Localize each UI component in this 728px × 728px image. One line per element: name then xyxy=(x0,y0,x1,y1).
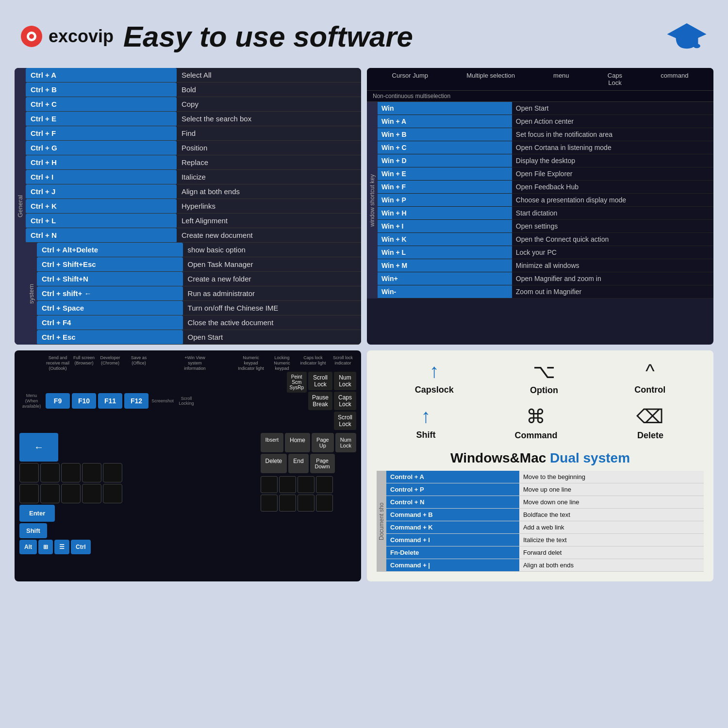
dark-key-2[interactable] xyxy=(40,463,60,482)
system-shortcut-row: Ctrl + shift+ ←Run as administrator xyxy=(37,286,361,301)
delete-symbol: ⌫ xyxy=(636,405,664,428)
dark-key-6[interactable] xyxy=(19,484,39,503)
caps-lock-key2[interactable]: CapsLock xyxy=(334,392,356,410)
win-shortcut-key: Win + D xyxy=(378,154,512,167)
general-shortcut-row: Ctrl + LLeft Alignment xyxy=(26,214,361,228)
f12-key[interactable]: F12 xyxy=(124,393,149,409)
dark-key-10[interactable] xyxy=(103,484,122,503)
win-shortcut-row: Win + EOpen File Explorer xyxy=(378,167,713,181)
ctrl-key[interactable]: Ctrl xyxy=(71,540,91,554)
shortcut-action: Select All xyxy=(177,68,361,83)
win-shortcut-row: Win + PChoose a presentation display mod… xyxy=(378,194,713,207)
option-label: Option xyxy=(530,385,558,396)
win-shortcut-action: Minimize all windows xyxy=(512,259,713,272)
mac-shortcut-row: Fn-DeleteForward delet xyxy=(386,546,704,559)
win-shortcut-key: Win + B xyxy=(378,128,512,141)
dark-key-8[interactable] xyxy=(61,484,81,503)
windows-shortcuts-panel: Cursor Jump Multiple selection menu Caps… xyxy=(367,68,713,345)
win-shortcut-key: Win xyxy=(378,102,512,115)
scroll-lock-key2[interactable]: ScrollLock xyxy=(334,412,356,430)
doc-label: Document sho xyxy=(377,471,386,572)
dark-key-5[interactable] xyxy=(103,463,122,482)
insert-key[interactable]: Ibsert xyxy=(261,433,284,452)
win-header-noncont: Non-continuous multiselection xyxy=(367,91,713,102)
general-shortcut-row: Ctrl + NCreate new document xyxy=(26,228,361,243)
num-lock-key[interactable]: NumLock xyxy=(334,372,356,390)
end-key[interactable]: End xyxy=(288,454,308,473)
win-shortcut-key: Win + A xyxy=(378,115,512,128)
alt-key[interactable]: Alt xyxy=(19,540,37,554)
win-key[interactable]: ⊞ xyxy=(38,540,53,554)
pause-break-key[interactable]: PauseBreak xyxy=(308,392,332,410)
numpad-2[interactable] xyxy=(279,476,296,493)
shortcut-action: Copy xyxy=(177,97,361,112)
win-shortcut-action: Open Cortana in listening mode xyxy=(512,141,713,154)
numpad-4[interactable] xyxy=(316,476,333,493)
win-shortcut-action: Zoom out in Magnifier xyxy=(512,285,713,298)
dark-key-1[interactable] xyxy=(19,463,39,482)
win-shortcut-action: Open Feedback Hub xyxy=(512,181,713,194)
shortcut-action: Close the active document xyxy=(183,315,361,330)
win-shortcut-key: Win + P xyxy=(378,194,512,207)
delete-key[interactable]: Delete xyxy=(261,454,287,473)
mac-shortcut-action: Add a web link xyxy=(519,521,704,534)
system-shortcut-row: Ctrl + Alt+Deleteshow basic option xyxy=(37,243,361,257)
scroll-lock-key[interactable]: ScrollLock xyxy=(308,372,332,390)
mac-shortcut-action: Italicize the text xyxy=(519,534,704,546)
dark-key-3[interactable] xyxy=(61,463,81,482)
f9-key[interactable]: F9 xyxy=(46,393,70,409)
numpad-7[interactable] xyxy=(298,495,314,512)
capslock-symbol: ↑ xyxy=(430,360,439,382)
dual-title-white: Windows&Mac xyxy=(450,450,550,465)
win-shortcut-key: Win + I xyxy=(378,220,512,233)
shortcut-key: Ctrl + G xyxy=(26,141,177,155)
win-shortcut-row: Win + LLock your PC xyxy=(378,246,713,259)
numlock-key[interactable]: NumLock xyxy=(335,433,356,452)
control-symbol: ^ xyxy=(645,360,655,382)
keyboard-left: ← Enter xyxy=(19,433,258,554)
win-shortcut-row: Win + DDisplay the desktop xyxy=(378,154,713,167)
win-shortcut-row: Win + HStart dictation xyxy=(378,207,713,220)
enter-key[interactable]: Enter xyxy=(19,505,55,522)
numpad-6[interactable] xyxy=(279,495,296,512)
option-symbol: ⌥ xyxy=(533,360,555,382)
logo-area: excovip xyxy=(19,24,114,49)
numpad-5[interactable] xyxy=(261,495,278,512)
system-shortcut-row: Ctrl + EscOpen Start xyxy=(37,330,361,345)
home-key[interactable]: Home xyxy=(285,433,310,452)
keyboard-main: ← Enter xyxy=(19,433,356,554)
dark-key-9[interactable] xyxy=(82,484,101,503)
win-shortcut-row: WinOpen Start xyxy=(378,102,713,115)
left-arrow-key[interactable]: ← xyxy=(19,433,58,462)
f11-key[interactable]: F11 xyxy=(98,393,122,409)
menu-key[interactable]: ☰ xyxy=(54,540,69,554)
command-key-item: ⌘ Command xyxy=(514,405,557,441)
win-shortcut-key: Win+ xyxy=(378,272,512,285)
header: excovip Easy to use software xyxy=(10,10,718,63)
win-shortcut-action: Open File Explorer xyxy=(512,167,713,181)
pageup-key[interactable]: PageUp xyxy=(312,433,334,452)
win-shortcut-action: Open Start xyxy=(512,102,713,115)
pagedown-key[interactable]: PageDowm xyxy=(310,454,335,473)
shortcut-key: Ctrl + K xyxy=(26,199,177,214)
shortcut-key: Ctrl + Shift+N xyxy=(37,272,183,286)
f10-key[interactable]: F10 xyxy=(72,393,96,409)
numpad-3[interactable] xyxy=(298,476,314,493)
numpad-8[interactable] xyxy=(316,495,333,512)
capslock-label: Capslock xyxy=(415,385,454,395)
numpad-1[interactable] xyxy=(261,476,278,493)
shortcut-key: Ctrl + H xyxy=(26,155,177,170)
ann-scroll: Scroll Locking xyxy=(177,396,196,407)
shift-key[interactable]: Shift xyxy=(19,523,47,538)
shortcut-key: Ctrl + I xyxy=(26,170,177,184)
peint-key[interactable]: PeintScmSysRp xyxy=(287,372,307,393)
win-shortcut-action: Open the Connect quick action xyxy=(512,233,713,246)
mac-top-keys: ↑ Capslock ⌥ Option ^ Control xyxy=(377,360,704,396)
win-shortcut-key: Win + F xyxy=(378,181,512,194)
dark-key-4[interactable] xyxy=(82,463,101,482)
shortcut-key: Ctrl + Esc xyxy=(37,330,183,345)
fn-key-row: Menu (When available) F9 F10 F11 F12 Scr… xyxy=(19,372,356,430)
mac-shortcut-key: Command + I xyxy=(386,534,519,546)
dark-key-7[interactable] xyxy=(40,484,60,503)
shortcut-action: Run as administrator xyxy=(183,286,361,301)
